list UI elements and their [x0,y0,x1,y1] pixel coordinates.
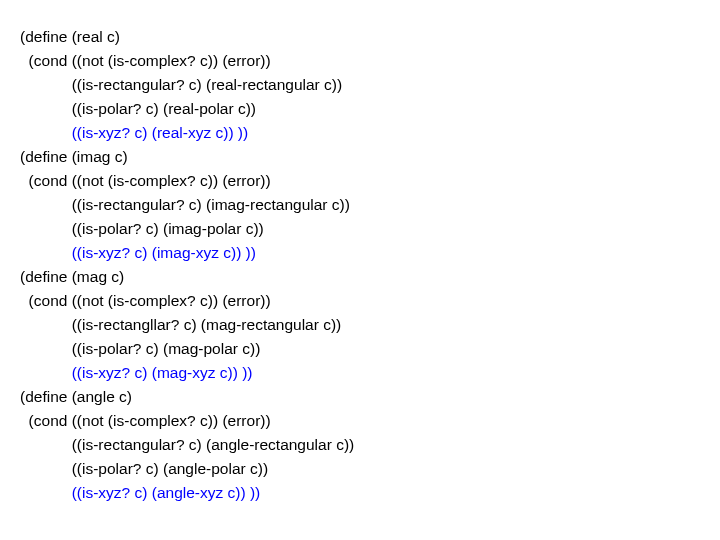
code-text-plain: (cond ((not (is-complex? c)) (error)) [20,412,271,429]
code-text-plain: ((is-rectangular? c) (real-rectangular c… [20,76,342,93]
code-line: ((is-polar? c) (angle-polar c)) [20,457,700,481]
code-line: ((is-xyz? c) (angle-xyz c)) )) [20,481,700,505]
code-line: ((is-polar? c) (imag-polar c)) [20,217,700,241]
code-text-highlight: ((is-xyz? c) (mag-xyz c)) )) [72,364,253,381]
code-text-plain: (cond ((not (is-complex? c)) (error)) [20,52,271,69]
code-text-plain: (cond ((not (is-complex? c)) (error)) [20,292,271,309]
code-text-highlight: ((is-xyz? c) (angle-xyz c)) )) [72,484,261,501]
code-text-plain [20,124,72,141]
code-text-plain [20,484,72,501]
code-text-plain [20,364,72,381]
code-line: (define (angle c) [20,385,700,409]
code-text-plain: (define (real c) [20,28,120,45]
code-text-plain: ((is-polar? c) (mag-polar c)) [20,340,260,357]
code-line: (cond ((not (is-complex? c)) (error)) [20,49,700,73]
code-block: (define (real c) (cond ((not (is-complex… [20,25,700,505]
code-text-plain: ((is-polar? c) (angle-polar c)) [20,460,268,477]
code-text-plain [20,244,72,261]
code-line: ((is-rectangular? c) (imag-rectangular c… [20,193,700,217]
code-line: (cond ((not (is-complex? c)) (error)) [20,169,700,193]
code-text-plain: (define (angle c) [20,388,132,405]
code-line: ((is-polar? c) (mag-polar c)) [20,337,700,361]
code-line: (define (imag c) [20,145,700,169]
code-line: (cond ((not (is-complex? c)) (error)) [20,289,700,313]
code-line: ((is-xyz? c) (imag-xyz c)) )) [20,241,700,265]
code-text-plain: (define (imag c) [20,148,128,165]
code-text-plain: (define (mag c) [20,268,124,285]
code-line: ((is-xyz? c) (mag-xyz c)) )) [20,361,700,385]
code-text-plain: (cond ((not (is-complex? c)) (error)) [20,172,271,189]
code-text-plain: ((is-rectangllar? c) (mag-rectangular c)… [20,316,341,333]
code-line: (cond ((not (is-complex? c)) (error)) [20,409,700,433]
code-line: ((is-rectangular? c) (real-rectangular c… [20,73,700,97]
code-text-highlight: ((is-xyz? c) (imag-xyz c)) )) [72,244,256,261]
code-line: (define (mag c) [20,265,700,289]
code-line: ((is-xyz? c) (real-xyz c)) )) [20,121,700,145]
code-line: ((is-polar? c) (real-polar c)) [20,97,700,121]
code-text-plain: ((is-polar? c) (real-polar c)) [20,100,256,117]
code-text-plain: ((is-rectangular? c) (imag-rectangular c… [20,196,350,213]
code-line: (define (real c) [20,25,700,49]
code-text-plain: ((is-polar? c) (imag-polar c)) [20,220,264,237]
code-line: ((is-rectangllar? c) (mag-rectangular c)… [20,313,700,337]
code-text-highlight: ((is-xyz? c) (real-xyz c)) )) [72,124,249,141]
code-line: ((is-rectangular? c) (angle-rectangular … [20,433,700,457]
code-text-plain: ((is-rectangular? c) (angle-rectangular … [20,436,354,453]
